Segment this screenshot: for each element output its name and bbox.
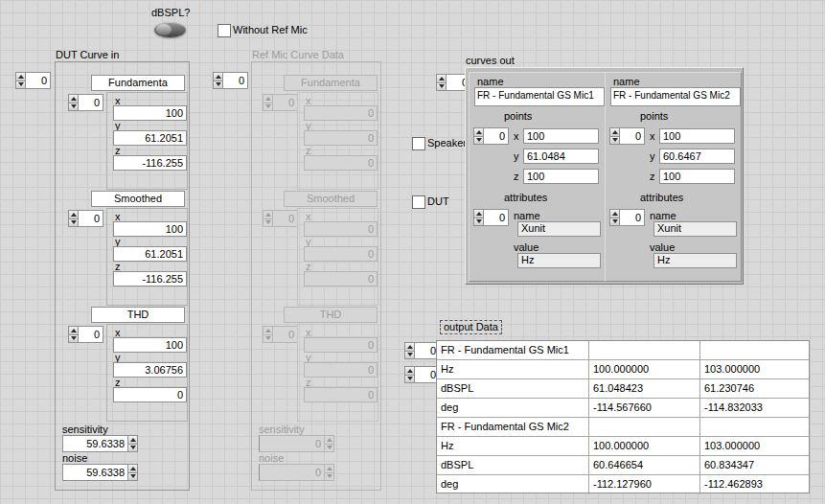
dbspl-toggle[interactable] [154, 22, 186, 37]
section-index[interactable]: 0 [68, 210, 103, 227]
increment-button[interactable] [213, 72, 223, 81]
sensitivity-control[interactable]: 59.6338 [62, 435, 138, 452]
table-row-index[interactable]: 0 [404, 342, 440, 359]
table-cell[interactable]: -112.462893 [700, 475, 809, 494]
table-cell[interactable] [589, 341, 700, 360]
z-field[interactable]: 100 [659, 169, 735, 184]
decrement-button[interactable] [473, 218, 484, 227]
decrement-button[interactable] [404, 352, 415, 360]
value-field[interactable]: 0 [79, 210, 103, 227]
decrement-button[interactable] [609, 137, 620, 146]
increment-button[interactable] [609, 209, 620, 218]
output-table[interactable]: FR - Fundamental GS Mic1 Hz 100.000000 1… [436, 340, 810, 493]
x-field[interactable]: 100 [659, 128, 735, 144]
z-field[interactable]: 100 [523, 169, 599, 184]
ref-outer-index[interactable]: 0 [213, 72, 248, 89]
increment-button[interactable] [68, 94, 79, 103]
increment-button[interactable] [609, 127, 620, 137]
decrement-button[interactable] [127, 473, 138, 482]
noise-control[interactable]: 59.6338 [62, 464, 138, 481]
attributes-index[interactable]: 0 [609, 209, 645, 226]
increment-button[interactable] [324, 464, 334, 473]
decrement-button[interactable] [68, 219, 79, 228]
table-cell[interactable]: -112.127960 [589, 475, 700, 494]
value-field[interactable]: 0 [273, 210, 298, 227]
attr-value-field[interactable]: Hz [517, 253, 601, 268]
value-field[interactable]: 0 [223, 72, 248, 89]
y-field[interactable]: 0 [304, 246, 378, 262]
x-field[interactable]: 0 [304, 337, 378, 353]
noise-control[interactable]: 0 [259, 464, 334, 481]
increment-button[interactable] [68, 210, 79, 219]
attributes-index[interactable]: 0 [473, 209, 509, 226]
table-cell[interactable]: 61.048423 [589, 379, 700, 399]
increment-button[interactable] [473, 127, 484, 137]
value-field[interactable]: 59.6338 [62, 464, 127, 481]
without-ref-mic-checkbox[interactable] [218, 24, 231, 37]
x-field[interactable]: 100 [113, 105, 187, 121]
decrement-button[interactable] [263, 103, 273, 112]
table-cell[interactable]: dBSPL [437, 379, 589, 399]
curve-type-field[interactable]: Fundamenta [284, 75, 378, 91]
dut-outer-index[interactable]: 0 [15, 72, 51, 89]
increment-button[interactable] [473, 209, 484, 218]
table-cell[interactable] [589, 418, 700, 437]
curve-type-field[interactable]: Fundamenta [91, 75, 185, 91]
section-index[interactable]: 0 [68, 326, 103, 343]
table-cell[interactable]: dBSPL [437, 456, 589, 475]
table-cell[interactable]: 60.834347 [700, 456, 809, 475]
curve-type-field[interactable]: Smoothed [91, 191, 185, 207]
decrement-button[interactable] [609, 218, 620, 227]
section-index[interactable]: 0 [263, 326, 298, 343]
decrement-button[interactable] [324, 445, 334, 453]
curve-name-field[interactable]: FR - Fundamental GS Mic1 [474, 87, 605, 106]
section-index[interactable]: 0 [68, 94, 103, 111]
increment-button[interactable] [263, 210, 273, 219]
increment-button[interactable] [263, 326, 273, 335]
y-field[interactable]: 0 [304, 362, 378, 378]
x-field[interactable]: 100 [113, 221, 187, 237]
decrement-button[interactable] [15, 81, 26, 90]
x-field[interactable]: 100 [523, 128, 599, 144]
decrement-button[interactable] [263, 335, 273, 344]
decrement-button[interactable] [404, 376, 415, 384]
z-field[interactable]: -116.255 [113, 155, 187, 171]
table-col-index[interactable]: 0 [404, 366, 440, 383]
table-cell[interactable]: 100.000000 [589, 437, 700, 456]
table-cell[interactable]: Hz [437, 360, 589, 379]
attr-name-field[interactable]: Xunit [517, 221, 601, 237]
z-field[interactable]: 0 [113, 387, 187, 402]
y-field[interactable]: 61.2051 [113, 246, 187, 262]
increment-button[interactable] [324, 435, 334, 445]
y-field[interactable]: 3.06756 [113, 362, 187, 378]
value-field[interactable]: 0 [273, 94, 298, 111]
y-field[interactable]: 61.0484 [523, 149, 599, 164]
points-index[interactable]: 0 [473, 127, 509, 145]
value-field[interactable]: 0 [259, 464, 324, 481]
table-cell[interactable]: deg [437, 475, 589, 494]
decrement-button[interactable] [436, 83, 447, 92]
table-cell[interactable]: 100.000000 [589, 360, 700, 379]
section-index[interactable]: 0 [263, 210, 298, 227]
x-field[interactable]: 0 [304, 221, 378, 237]
increment-button[interactable] [68, 326, 79, 335]
z-field[interactable]: 0 [304, 155, 378, 171]
table-cell[interactable] [700, 418, 809, 437]
value-field[interactable]: 0 [484, 209, 509, 226]
value-field[interactable]: 0 [273, 326, 298, 343]
value-field[interactable]: 0 [620, 127, 645, 145]
table-cell[interactable]: -114.567660 [589, 399, 700, 418]
table-cell[interactable]: deg [437, 399, 589, 418]
increment-button[interactable] [263, 94, 273, 103]
x-field[interactable]: 0 [304, 105, 378, 121]
increment-button[interactable] [127, 435, 138, 445]
y-field[interactable]: 60.6467 [659, 149, 735, 164]
increment-button[interactable] [15, 72, 26, 81]
value-field[interactable]: 0 [620, 209, 645, 226]
table-cell[interactable]: 103.000000 [700, 360, 809, 379]
value-field[interactable]: 0 [259, 435, 324, 452]
z-field[interactable]: 0 [304, 387, 378, 402]
decrement-button[interactable] [324, 473, 334, 482]
table-cell[interactable]: FR - Fundamental GS Mic2 [437, 418, 589, 437]
curve-type-field[interactable]: THD [284, 307, 378, 323]
